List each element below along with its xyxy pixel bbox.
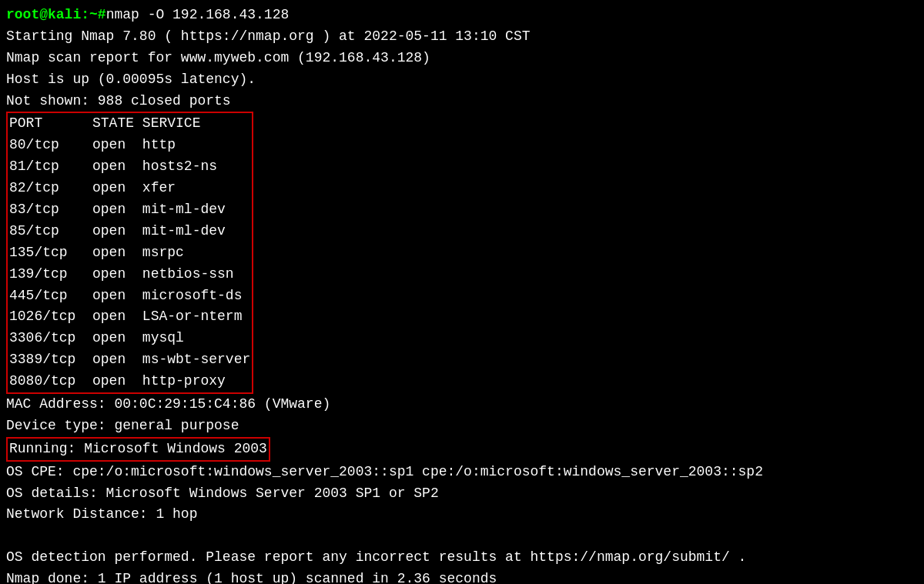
- prompt-user: root@kali:~#: [6, 5, 106, 26]
- table-row: 83/tcp open mit-ml-dev: [9, 199, 250, 221]
- table-row: 139/tcp open netbios-ssn: [9, 264, 250, 285]
- table-row: 81/tcp open hosts2-ns: [9, 156, 250, 178]
- port-table: PORT STATE SERVICE 80/tcp open http 81/t…: [6, 112, 253, 394]
- mac-address-line: MAC Address: 00:0C:29:15:C4:86 (VMware): [6, 394, 918, 415]
- footer-line-1: OS detection performed. Please report an…: [6, 547, 918, 569]
- table-row: 135/tcp open msrpc: [9, 242, 250, 264]
- table-row: 3306/tcp open mysql: [9, 328, 250, 349]
- network-distance-line: Network Distance: 1 hop: [6, 504, 918, 526]
- device-type-line: Device type: general purpose: [6, 415, 918, 437]
- prompt-command: nmap -O 192.168.43.128: [106, 5, 290, 26]
- running-line: Running: Microsoft Windows 2003: [6, 437, 270, 462]
- table-row: 80/tcp open http: [9, 135, 250, 156]
- output-line-2: Nmap scan report for www.myweb.com (192.…: [6, 48, 918, 69]
- os-cpe-line: OS CPE: cpe:/o:microsoft:windows_server_…: [6, 462, 918, 483]
- os-details-line: OS details: Microsoft Windows Server 200…: [6, 483, 918, 505]
- table-row: 3389/tcp open ms-wbt-server: [9, 349, 250, 371]
- output-line-4: Not shown: 988 closed ports: [6, 91, 918, 112]
- prompt-line: root@kali:~# nmap -O 192.168.43.128: [6, 5, 918, 26]
- footer-line-2: Nmap done: 1 IP address (1 host up) scan…: [6, 569, 918, 584]
- terminal-window: root@kali:~# nmap -O 192.168.43.128 Star…: [6, 5, 918, 584]
- table-row: 1026/tcp open LSA-or-nterm: [9, 306, 250, 328]
- running-line-wrapper: Running: Microsoft Windows 2003: [6, 437, 918, 462]
- blank-line: [6, 526, 918, 547]
- table-row: 8080/tcp open http-proxy: [9, 371, 250, 392]
- table-row: 82/tcp open xfer: [9, 178, 250, 199]
- table-header: PORT STATE SERVICE: [9, 113, 250, 135]
- output-line-3: Host is up (0.00095s latency).: [6, 69, 918, 91]
- table-row: 85/tcp open mit-ml-dev: [9, 221, 250, 242]
- output-line-1: Starting Nmap 7.80 ( https://nmap.org ) …: [6, 26, 918, 48]
- table-row: 445/tcp open microsoft-ds: [9, 285, 250, 307]
